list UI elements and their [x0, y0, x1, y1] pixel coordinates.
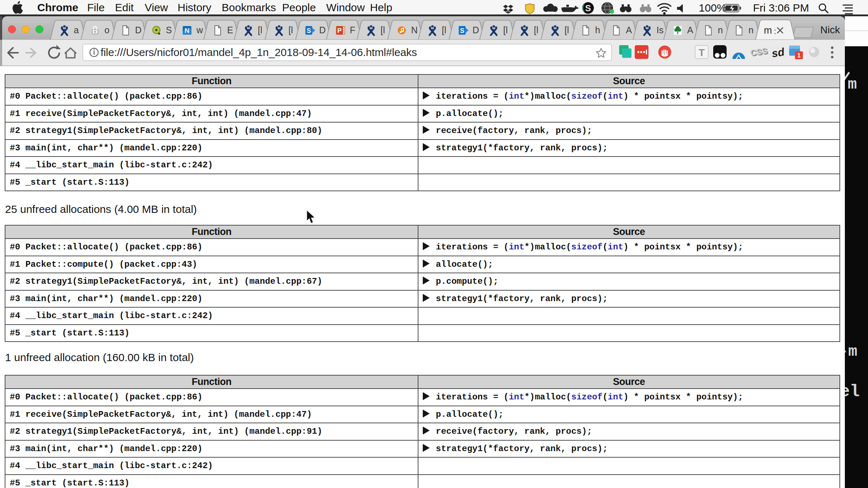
svg-text:Help: Help	[370, 1, 392, 13]
svg-text:S: S	[460, 27, 464, 34]
svg-text:N: N	[184, 27, 190, 34]
svg-text:m: m	[848, 76, 857, 92]
svg-text:w: w	[196, 25, 203, 35]
svg-text:E: E	[227, 25, 233, 35]
svg-text:[l: [l	[503, 25, 508, 35]
svg-text:a: a	[74, 25, 79, 35]
svg-text:T: T	[698, 47, 705, 58]
svg-text:Bookmarks: Bookmarks	[222, 1, 276, 13]
svg-text:[l: [l	[380, 25, 385, 35]
svg-text:View: View	[145, 1, 168, 13]
svg-text:[l: [l	[534, 25, 539, 35]
svg-text:Chrome: Chrome	[37, 1, 78, 13]
svg-text:file:///Users/nicfor01/mandel_: file:///Users/nicfor01/mandel_4p_1n_2018…	[101, 46, 417, 58]
svg-text:[l: [l	[289, 25, 293, 35]
svg-text:Is: Is	[656, 25, 663, 35]
svg-text::: :	[774, 27, 776, 36]
svg-text:o: o	[105, 25, 110, 35]
svg-text:F: F	[350, 25, 355, 35]
svg-text:1: 1	[797, 52, 800, 59]
svg-text:m: m	[764, 25, 772, 36]
svg-text:sd: sd	[771, 46, 786, 60]
svg-text:Window: Window	[326, 1, 365, 13]
svg-text:[l: [l	[258, 25, 263, 35]
svg-text:S: S	[585, 3, 591, 13]
svg-text:D: D	[319, 25, 326, 35]
svg-text:n: n	[749, 25, 754, 35]
svg-text:D: D	[472, 25, 479, 35]
svg-text:[l: [l	[565, 25, 569, 35]
svg-text:S: S	[166, 25, 172, 35]
svg-text:100%: 100%	[699, 2, 727, 14]
svg-text:People: People	[282, 1, 316, 13]
svg-text:A: A	[626, 25, 632, 35]
svg-text:[l: [l	[442, 25, 447, 35]
svg-text:Fri 3:06 PM: Fri 3:06 PM	[753, 2, 809, 14]
svg-text:History: History	[178, 1, 211, 13]
svg-text:File: File	[87, 1, 105, 13]
svg-text:N: N	[411, 25, 418, 35]
svg-text:h: h	[595, 25, 600, 35]
svg-text:P: P	[337, 27, 342, 34]
svg-text:Nick: Nick	[820, 24, 840, 35]
svg-text:n: n	[718, 25, 723, 35]
svg-text:A: A	[687, 25, 693, 35]
svg-text:S: S	[307, 27, 311, 34]
svg-text:Edit: Edit	[115, 1, 134, 13]
svg-text:D: D	[135, 25, 142, 35]
